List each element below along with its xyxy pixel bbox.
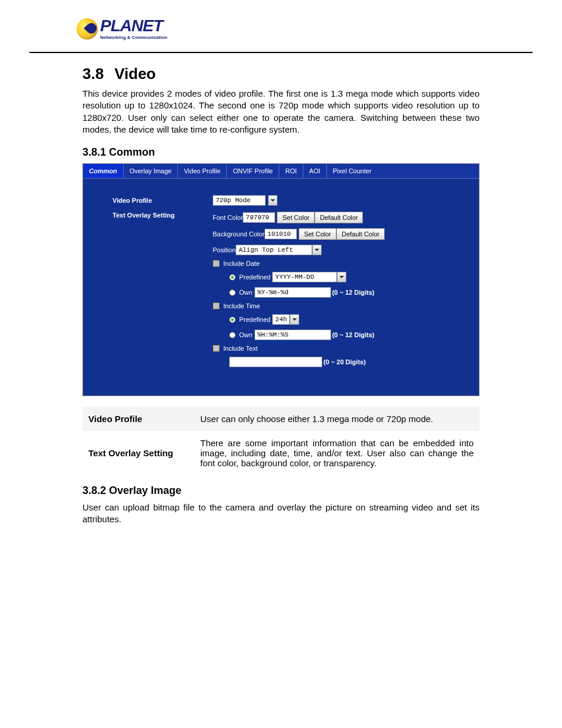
set-bg-color-button[interactable]: Set Color — [299, 228, 336, 240]
time-predefined-radio[interactable] — [229, 317, 236, 323]
desc-value: There are some important information tha… — [194, 431, 480, 475]
date-own-radio[interactable] — [229, 289, 236, 296]
text-hint: (0 ~ 20 Digits) — [323, 358, 366, 365]
intro-paragraph: This device provides 2 modes of video pr… — [82, 88, 480, 136]
desc-key: Video Profile — [82, 407, 194, 431]
default-bg-color-button[interactable]: Default Color — [336, 228, 385, 240]
divider — [29, 52, 533, 53]
include-date-checkbox[interactable] — [213, 260, 220, 267]
section-heading: 3.8Video — [82, 65, 480, 83]
time-predefined-select[interactable] — [272, 314, 290, 325]
font-color-label: Font Color — [213, 214, 243, 221]
date-predefined-select[interactable] — [272, 272, 337, 282]
section-number: 3.8 — [82, 65, 104, 83]
tab-bar: Common Overlay Image Video Profile ONVIF… — [83, 164, 479, 179]
include-date-label: Include Date — [223, 260, 260, 267]
time-hint: (0 ~ 12 Digits) — [332, 331, 375, 338]
include-text-input[interactable] — [229, 357, 322, 367]
logo-globe-icon — [77, 18, 98, 39]
video-profile-label: Video Profile — [113, 197, 213, 204]
time-own-input[interactable] — [254, 330, 331, 340]
date-hint: (0 ~ 12 Digits) — [332, 289, 375, 296]
subheading-overlay-image: 3.8.2 Overlay Image — [82, 485, 480, 497]
chevron-down-icon[interactable] — [290, 314, 299, 325]
own-label-2: Own — [239, 331, 253, 338]
chevron-down-icon[interactable] — [268, 195, 277, 206]
desc-value: User can only choose either 1.3 mega mod… — [194, 407, 480, 431]
overlay-image-paragraph: User can upload bitmap file to the camer… — [82, 502, 480, 526]
default-font-color-button[interactable]: Default Color — [315, 212, 363, 223]
font-color-input[interactable] — [243, 212, 275, 223]
table-row: Text Overlay Setting There are some impo… — [82, 431, 480, 475]
time-own-radio[interactable] — [229, 332, 236, 338]
include-text-label: Include Text — [223, 345, 258, 352]
subheading-common: 3.8.1 Common — [82, 146, 480, 159]
settings-screenshot: Common Overlay Image Video Profile ONVIF… — [82, 163, 480, 396]
predefined-label-2: Predefined — [239, 316, 270, 323]
tab-overlay-image[interactable]: Overlay Image — [124, 164, 178, 178]
text-overlay-label: Text Overlay Setting — [113, 212, 213, 219]
logo-tagline: Networking & Communication — [100, 35, 167, 40]
position-label: Position — [213, 246, 236, 253]
tab-onvif-profile[interactable]: ONVIF Profile — [227, 164, 279, 178]
description-table: Video Profile User can only choose eithe… — [82, 407, 480, 475]
predefined-label: Predefined — [239, 274, 270, 281]
video-profile-select[interactable] — [213, 195, 266, 206]
bg-color-label: Background Color — [213, 230, 265, 238]
tab-roi[interactable]: ROI — [279, 164, 303, 178]
position-select[interactable] — [236, 245, 312, 255]
table-row: Video Profile User can only choose eithe… — [82, 407, 480, 431]
logo: PLANET Networking & Communication — [77, 18, 533, 40]
set-font-color-button[interactable]: Set Color — [277, 212, 315, 223]
include-time-label: Include Time — [223, 302, 260, 309]
include-text-checkbox[interactable] — [213, 345, 220, 352]
date-own-input[interactable] — [254, 287, 331, 298]
tab-video-profile[interactable]: Video Profile — [178, 164, 227, 178]
logo-word: PLANET — [100, 18, 167, 34]
chevron-down-icon[interactable] — [337, 272, 346, 282]
section-title: Video — [114, 65, 156, 83]
tab-aoi[interactable]: AOI — [303, 164, 327, 178]
bg-color-input[interactable] — [265, 229, 297, 239]
tab-pixel-counter[interactable]: Pixel Counter — [327, 164, 378, 178]
tab-common[interactable]: Common — [83, 164, 124, 178]
chevron-down-icon[interactable] — [312, 245, 322, 255]
include-time-checkbox[interactable] — [213, 302, 220, 309]
date-predefined-radio[interactable] — [229, 274, 236, 281]
desc-key: Text Overlay Setting — [82, 431, 194, 475]
own-label: Own — [239, 289, 253, 296]
